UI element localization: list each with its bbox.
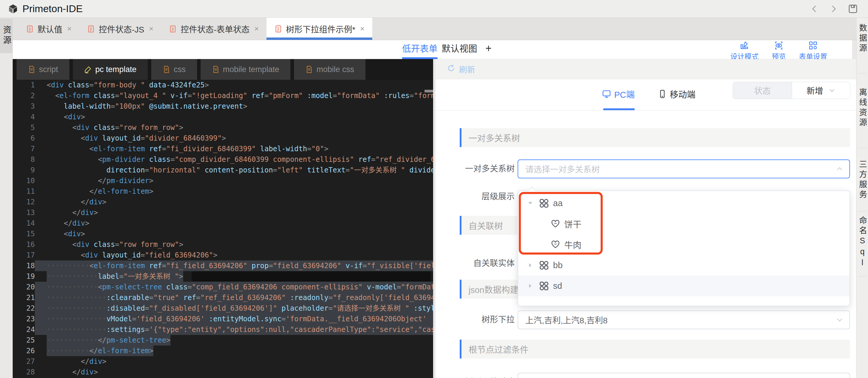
doc-tab-2[interactable]: 控件状态-JS× — [79, 18, 161, 40]
doc-tab-1[interactable]: 默认值× — [18, 18, 79, 40]
add-view-button[interactable]: + — [486, 40, 492, 59]
device-tab-pc[interactable]: PC端 — [602, 79, 634, 109]
device-tab-mobile[interactable]: 移动端 — [658, 79, 695, 109]
doc-tabbar: 默认值×控件状态-JS×控件状态-表单状态×树形下拉组件示例*× — [13, 18, 856, 40]
close-tab-icon[interactable]: × — [149, 24, 153, 33]
code-line[interactable]: 14 </div> — [13, 218, 433, 228]
form-preview: 一对多关系树 一对多关系树 请选择一对多关系树 层级展示 自关联树 自关联实体 … — [435, 111, 856, 378]
tree-node-bb[interactable]: bb — [518, 255, 849, 276]
right-rail-item-4[interactable]: 命名Sql — [857, 216, 868, 269]
code-line[interactable]: 17 <div layout_id="field_63694206"> — [13, 250, 433, 260]
code-line[interactable]: 24··············:settings='{"type":"enti… — [13, 324, 433, 335]
refresh-icon — [447, 64, 456, 75]
editor-tab-pc-template[interactable]: pc template — [73, 59, 148, 80]
form-settings-button[interactable]: 表单设置 — [799, 41, 827, 61]
code-line[interactable]: 28 </div> — [13, 367, 433, 377]
editor-tab-script[interactable]: script — [17, 59, 69, 80]
field-label-tree-filter: 树形下拉过滤 — [435, 373, 515, 378]
code-line[interactable]: 25············</pm-select-tree> — [13, 335, 433, 346]
line-number: 15 — [13, 228, 35, 239]
code-line[interactable]: 8 <pm-divider class="comp_divider_684603… — [13, 154, 433, 165]
refresh-label: 刷新 — [459, 63, 475, 75]
code-line[interactable]: 19············label="一对多关系树 "> — [13, 271, 433, 282]
line-number: 5 — [13, 122, 35, 133]
line-number: 8 — [13, 154, 35, 165]
code-line[interactable]: 1<div class="form-body " data-4324fe25> — [13, 80, 433, 90]
code-area[interactable]: 1<div class="form-body " data-4324fe25>2… — [13, 80, 433, 378]
code-line[interactable]: 6 <div layout_id="divider_68460399"> — [13, 133, 433, 144]
close-tab-icon[interactable]: × — [254, 24, 259, 33]
refresh-button[interactable]: 刷新 — [447, 59, 475, 79]
code-line[interactable]: 23··············vModel='field_63694206' … — [13, 314, 433, 324]
left-rail-tab-resources[interactable]: 资源 — [0, 18, 13, 53]
code-line[interactable]: 22··············:disabled="f_disabled['f… — [13, 303, 433, 314]
code-line[interactable]: 18··········<el-form-item ref="fi_field_… — [13, 260, 433, 271]
code-line[interactable]: 11 </el-form-item> — [13, 186, 433, 197]
editor-tab-mobile-template[interactable]: mobile template — [200, 59, 291, 80]
caret-right-icon[interactable] — [526, 262, 535, 268]
chevron-up-icon — [836, 165, 843, 173]
rail-separator — [858, 73, 867, 73]
view-tab-1[interactable]: 低开表单 — [402, 40, 438, 59]
code-line[interactable]: 10 </pm-divider> — [13, 176, 433, 186]
form-settings-icon — [808, 41, 818, 50]
doc-tab-4[interactable]: 树形下拉组件示例*× — [267, 18, 372, 40]
right-rail-item-3[interactable]: 三方服务 — [857, 160, 868, 200]
device-row: PC端移动端 状态 新增 — [435, 79, 856, 111]
doc-tab-3[interactable]: 控件状态-表单状态× — [161, 18, 267, 40]
line-number: 22 — [13, 303, 35, 314]
tree-node-sd[interactable]: sd — [518, 276, 849, 296]
editor-tab-css[interactable]: css — [151, 59, 197, 80]
field-label-tree-select: 树形下拉 — [435, 310, 515, 329]
toolbar-actions: 设计模式预览表单设置 — [730, 41, 827, 61]
line-number: 14 — [13, 218, 35, 228]
code-line[interactable]: 21··············:clearable="true" ref="r… — [13, 292, 433, 303]
right-rail-item-1[interactable]: 数据源 — [857, 24, 868, 54]
nav-back-icon[interactable] — [810, 4, 819, 13]
code-line[interactable]: 16 <div class="row form_row"> — [13, 239, 433, 250]
close-tab-icon[interactable]: × — [67, 24, 71, 33]
close-tab-icon[interactable]: × — [360, 24, 365, 33]
doc-icon — [274, 25, 282, 33]
preview-button[interactable]: 预览 — [772, 41, 786, 61]
device-tab-label: PC端 — [614, 88, 634, 100]
refresh-bar: 刷新 — [435, 59, 856, 79]
code-line[interactable]: 3 label-width="100px" @submit.native.pre… — [13, 101, 433, 112]
tree-filter-select[interactable]: 请选择树形下拉过滤 — [518, 373, 850, 378]
caret-right-icon[interactable] — [526, 283, 535, 289]
code-line[interactable]: 4 <div> — [13, 112, 433, 122]
preview-icon — [774, 41, 783, 50]
select-placeholder: 请选择一对多关系树 — [525, 163, 600, 175]
code-line[interactable]: 13 </div> — [13, 207, 433, 218]
file-icon — [28, 66, 35, 73]
preview-panel: 刷新 PC端移动端 状态 新增 一对多关系树 一对多关系树 请选择一对多关系树 … — [435, 59, 856, 378]
code-line[interactable]: 15 <div> — [13, 228, 433, 239]
editor-scrollbar-thumb[interactable] — [425, 90, 433, 92]
nav-forward-icon[interactable] — [829, 4, 838, 13]
caret-right-icon — [527, 262, 533, 268]
line-number: 20 — [13, 282, 35, 292]
design-mode-button[interactable]: 设计模式 — [730, 41, 759, 61]
code-line[interactable]: 20············<pm-select-tree class="com… — [13, 282, 433, 292]
code-line[interactable]: 9 direction="horizontal" content-positio… — [13, 165, 433, 176]
editor-tab-mobile-css[interactable]: mobile css — [294, 59, 366, 80]
code-line[interactable]: 12 </div> — [13, 197, 433, 207]
line-number: 21 — [13, 292, 35, 303]
line-number: 17 — [13, 250, 35, 260]
line-number: 9 — [13, 165, 35, 176]
code-line[interactable]: 7 <el-form-item ref="fi_divider_68460399… — [13, 144, 433, 154]
line-number: 13 — [13, 207, 35, 218]
view-tab-2[interactable]: 默认视图 — [442, 40, 477, 59]
tree-select-input[interactable]: 上汽,吉利,上汽8,吉利8 — [518, 310, 850, 329]
code-line[interactable]: 5 <div class="row form_row"> — [13, 122, 433, 133]
line-number: 23 — [13, 314, 35, 324]
code-line[interactable]: 26··········</el-form-item> — [13, 346, 433, 356]
one-to-many-tree-select[interactable]: 请选择一对多关系树 — [518, 159, 850, 178]
file-icon — [162, 66, 170, 73]
save-icon[interactable] — [848, 4, 858, 14]
field-label-hierarchy-display: 层级展示 — [435, 187, 515, 206]
code-line[interactable]: 27 </div> — [13, 356, 433, 367]
state-select[interactable]: 新增 — [792, 82, 850, 99]
code-line[interactable]: 2 <el-form class="layout_4 " v-if="!getL… — [13, 90, 433, 101]
right-rail-item-2[interactable]: 离线资源 — [857, 88, 868, 128]
